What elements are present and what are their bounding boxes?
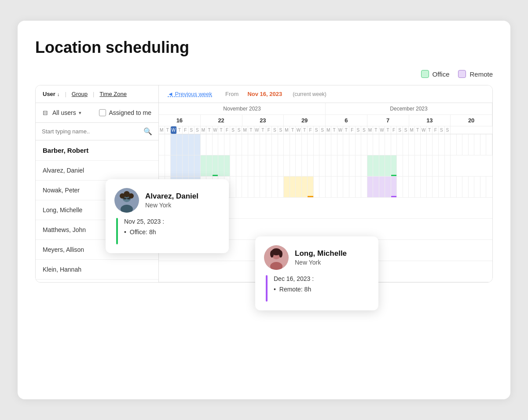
day-label: T xyxy=(331,126,337,134)
tooltip-person-name: Long, Michelle xyxy=(295,249,347,258)
week-num: 13 xyxy=(409,115,451,126)
sort-filter-row: User ↓ | Group | Time Zone xyxy=(36,85,158,103)
cal-cell-today xyxy=(171,134,177,155)
day-label: S xyxy=(356,126,362,134)
tooltip-body: Dec 16, 2023 : • Remote: 8h xyxy=(264,275,370,302)
day-label: S xyxy=(403,126,409,134)
svg-point-13 xyxy=(270,251,274,258)
day-label: T xyxy=(206,126,213,134)
day-label: S xyxy=(445,126,451,134)
current-week-label: (current week) xyxy=(293,91,326,97)
day-label: S xyxy=(314,126,320,134)
day-label: T xyxy=(427,126,433,134)
day-label: W xyxy=(296,126,302,134)
day-label: T xyxy=(218,126,224,134)
main-container: Location scheduling Office Remote User ↓… xyxy=(18,21,510,399)
tooltip-location: New York xyxy=(295,259,347,266)
timezone-button[interactable]: Time Zone xyxy=(99,91,127,97)
search-icon[interactable]: 🔍 xyxy=(143,127,152,136)
tooltip-type-indicator xyxy=(116,218,118,244)
day-label: W xyxy=(379,126,385,134)
tooltip-date: Nov 25, 2023 : xyxy=(124,218,164,225)
day-label: F xyxy=(183,126,189,134)
legend: Office Remote xyxy=(35,70,493,78)
day-label: M xyxy=(367,126,374,134)
day-labels-row: M T W T F S S M T W T F S S M T W T F xyxy=(159,126,492,134)
prev-week-button[interactable]: ◄ Previous week xyxy=(168,91,212,97)
day-label: M xyxy=(201,126,207,134)
week-num: 16 xyxy=(159,115,201,126)
svg-rect-7 xyxy=(127,198,130,199)
day-label: T xyxy=(385,126,391,134)
day-label: S xyxy=(361,126,367,134)
search-row: 🔍 xyxy=(36,123,158,140)
week-num: 7 xyxy=(367,115,409,126)
week-num: 23 xyxy=(242,115,284,126)
user-sort-button[interactable]: User ↓ xyxy=(43,91,59,97)
tooltip-type-indicator xyxy=(266,275,268,302)
day-label: T xyxy=(165,126,171,134)
day-label: S xyxy=(189,126,195,134)
tooltip-long: Long, Michelle New York Dec 16, 2023 : •… xyxy=(255,236,378,310)
day-label: M xyxy=(409,126,415,134)
remote-color-box xyxy=(458,70,466,78)
day-label: S xyxy=(230,126,236,134)
remote-label: Remote xyxy=(469,70,493,78)
tooltip-body: Nov 25, 2023 : • Office: 8h xyxy=(114,218,220,244)
day-label: M xyxy=(284,126,290,134)
day-label: F xyxy=(224,126,231,134)
search-input[interactable] xyxy=(42,128,143,135)
tooltip-date: Dec 16, 2023 : xyxy=(274,275,314,282)
tooltip-person-name: Alvarez, Daniel xyxy=(145,192,198,201)
group-sort-button[interactable]: Group xyxy=(72,91,88,97)
week-nums-row: 16 22 23 29 6 7 13 20 xyxy=(159,115,492,126)
office-label: Office xyxy=(433,70,450,78)
checkbox-box[interactable] xyxy=(99,109,106,116)
cal-cell-today xyxy=(194,134,201,155)
day-label: S xyxy=(194,126,201,134)
day-label: S xyxy=(397,126,403,134)
day-label: S xyxy=(278,126,284,134)
tooltip-detail: • Office: 8h xyxy=(124,228,164,236)
list-item[interactable]: Klein, Hannah xyxy=(36,260,158,280)
from-label: From xyxy=(225,91,238,97)
month-header-row: November 2023 December 2023 xyxy=(159,103,492,115)
cal-cell-today xyxy=(177,134,183,155)
current-date: Nov 16, 2023 xyxy=(247,91,282,97)
tooltip-location: New York xyxy=(145,202,198,209)
day-label: S xyxy=(272,126,278,134)
assigned-to-me-checkbox[interactable]: Assigned to me xyxy=(99,109,152,116)
all-users-dropdown[interactable]: All users ▾ xyxy=(52,109,81,116)
day-label: S xyxy=(319,126,326,134)
tooltip-header: Long, Michelle New York xyxy=(264,245,370,270)
day-label: T xyxy=(260,126,266,134)
day-label-today: W xyxy=(171,126,177,134)
legend-office: Office xyxy=(421,70,450,78)
day-label: F xyxy=(308,126,314,134)
tooltip-alvarez: Alvarez, Daniel New York Nov 25, 2023 : … xyxy=(106,179,229,253)
filter-row: ⊟ All users ▾ Assigned to me xyxy=(36,103,158,123)
week-num: 6 xyxy=(326,115,367,126)
day-label: T xyxy=(415,126,421,134)
list-item[interactable]: Alvarez, Daniel xyxy=(36,161,158,181)
cal-cell-today xyxy=(183,134,189,155)
tooltip-detail: • Remote: 8h xyxy=(274,286,314,293)
legend-remote: Remote xyxy=(458,70,493,78)
day-label: T xyxy=(343,126,349,134)
day-label: W xyxy=(254,126,260,134)
office-color-box xyxy=(421,70,429,78)
avatar xyxy=(264,245,289,270)
day-label: M xyxy=(326,126,332,134)
svg-rect-6 xyxy=(123,198,126,199)
list-item[interactable]: Barber, Robert xyxy=(36,140,158,161)
day-label: T xyxy=(290,126,296,134)
cal-cell-today xyxy=(189,134,195,155)
day-label: W xyxy=(213,126,219,134)
calendar-header: ◄ Previous week From Nov 16, 2023 (curre… xyxy=(159,85,492,103)
week-num: 20 xyxy=(451,115,492,126)
month-label-nov: November 2023 xyxy=(159,103,326,114)
week-num: 22 xyxy=(201,115,242,126)
tooltip-header: Alvarez, Daniel New York xyxy=(114,188,220,213)
day-label: F xyxy=(266,126,272,134)
calendar-row xyxy=(159,155,492,177)
